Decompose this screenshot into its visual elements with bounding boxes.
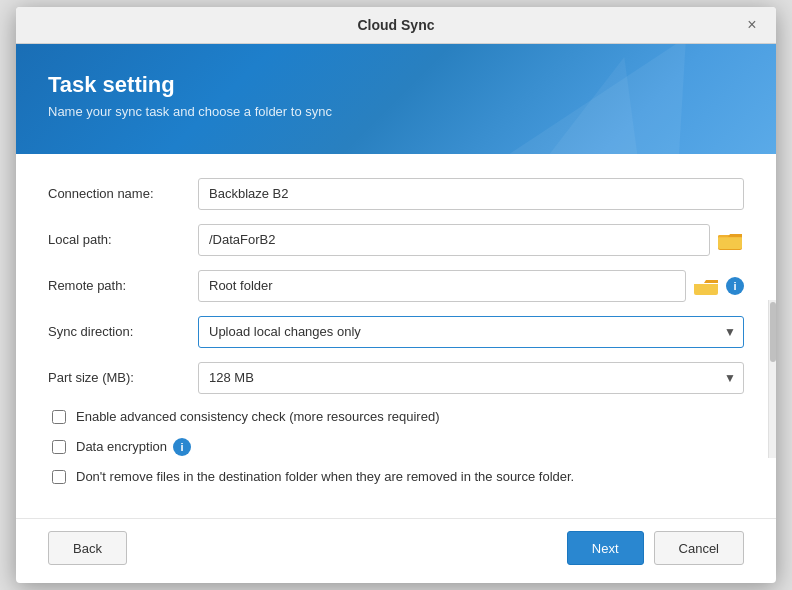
part-size-label: Part size (MB): — [48, 370, 198, 385]
data-encryption-label: Data encryption — [76, 438, 167, 456]
part-size-select[interactable]: 128 MB 256 MB 512 MB — [198, 362, 744, 394]
connection-name-input[interactable] — [198, 178, 744, 210]
remote-path-info-icon[interactable]: i — [726, 277, 744, 295]
dialog-title: Cloud Sync — [50, 17, 742, 33]
advanced-consistency-label: Enable advanced consistency check (more … — [76, 408, 439, 426]
cancel-button[interactable]: Cancel — [654, 531, 744, 565]
close-button[interactable]: × — [742, 15, 762, 35]
data-encryption-row: Data encryption i — [48, 438, 744, 456]
local-path-label: Local path: — [48, 232, 198, 247]
local-path-row: Local path: — [48, 224, 744, 256]
scrollbar-track — [768, 300, 776, 459]
data-encryption-checkbox[interactable] — [52, 440, 66, 454]
part-size-row: Part size (MB): 128 MB 256 MB 512 MB ▼ — [48, 362, 744, 394]
advanced-consistency-checkbox[interactable] — [52, 410, 66, 424]
connection-name-field — [198, 178, 744, 210]
form-content: Connection name: Local path: — [16, 154, 776, 515]
scrollbar-thumb[interactable] — [770, 302, 776, 362]
data-encryption-info-icon[interactable]: i — [173, 438, 191, 456]
sync-direction-field: Upload local changes only Download remot… — [198, 316, 744, 348]
dont-remove-label: Don't remove files in the destination fo… — [76, 468, 574, 486]
remote-path-input[interactable] — [198, 270, 686, 302]
dont-remove-checkbox[interactable] — [52, 470, 66, 484]
part-size-field: 128 MB 256 MB 512 MB ▼ — [198, 362, 744, 394]
advanced-consistency-row: Enable advanced consistency check (more … — [48, 408, 744, 426]
next-button[interactable]: Next — [567, 531, 644, 565]
banner-title: Task setting — [48, 72, 744, 98]
footer: Back Next Cancel — [16, 518, 776, 583]
title-bar: Cloud Sync × — [16, 7, 776, 44]
remote-path-row: Remote path: i — [48, 270, 744, 302]
back-button[interactable]: Back — [48, 531, 127, 565]
banner-subtitle: Name your sync task and choose a folder … — [48, 104, 744, 119]
sync-direction-select[interactable]: Upload local changes only Download remot… — [198, 316, 744, 348]
remote-path-label: Remote path: — [48, 278, 198, 293]
sync-direction-label: Sync direction: — [48, 324, 198, 339]
sync-direction-row: Sync direction: Upload local changes onl… — [48, 316, 744, 348]
local-path-field — [198, 224, 744, 256]
remote-path-field: i — [198, 270, 744, 302]
remote-path-folder-button[interactable] — [692, 272, 720, 300]
connection-name-row: Connection name: — [48, 178, 744, 210]
header-banner: Task setting Name your sync task and cho… — [16, 44, 776, 154]
dont-remove-row: Don't remove files in the destination fo… — [48, 468, 744, 486]
connection-name-label: Connection name: — [48, 186, 198, 201]
local-path-folder-button[interactable] — [716, 226, 744, 254]
footer-right: Next Cancel — [567, 531, 744, 565]
local-path-input[interactable] — [198, 224, 710, 256]
